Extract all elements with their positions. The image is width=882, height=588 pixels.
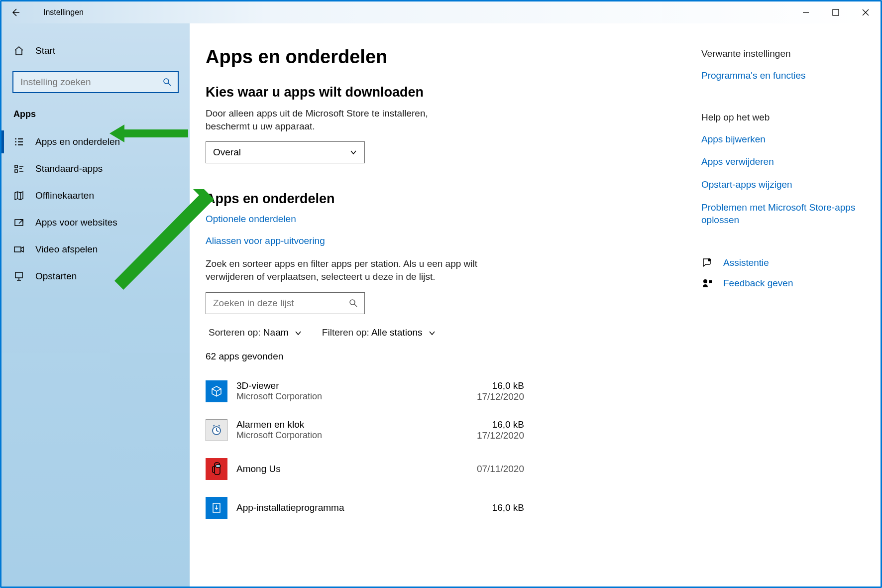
app-name: Alarmen en klok	[236, 419, 468, 430]
settings-search-input[interactable]	[12, 71, 179, 93]
related-settings-header: Verwante instellingen	[701, 48, 861, 59]
nav-item-label: Opstarten	[35, 271, 77, 282]
search-icon	[163, 78, 172, 87]
svg-point-11	[703, 279, 707, 283]
svg-rect-8	[213, 467, 215, 472]
app-date: 17/12/2020	[477, 391, 524, 402]
download-description: Door alleen apps uit de Microsoft Store …	[206, 107, 464, 132]
nav-offline-maps[interactable]: Offlinekaarten	[1, 182, 190, 209]
app-icon-amongus	[206, 458, 227, 480]
video-icon	[13, 244, 24, 255]
app-row[interactable]: 3D-viewer Microsoft Corporation 16,0 kB …	[206, 372, 524, 411]
sort-dropdown[interactable]: Sorteren op: Naam	[209, 327, 302, 338]
chevron-down-icon	[349, 148, 357, 156]
nav-video-playback[interactable]: Video afspelen	[1, 236, 190, 263]
download-heading: Kies waar u apps wilt downloaden	[206, 85, 524, 100]
nav-apps-features[interactable]: Apps en onderdelen	[1, 128, 190, 155]
titlebar: Instellingen	[1, 1, 881, 23]
help-link[interactable]: Opstart-apps wijzigen	[701, 178, 861, 191]
feedback-link[interactable]: Feedback geven	[701, 277, 861, 290]
window-title: Instellingen	[43, 8, 84, 17]
nav-home-label: Start	[35, 45, 55, 56]
app-publisher: Microsoft Corporation	[236, 391, 468, 402]
minimize-icon	[802, 9, 809, 16]
nav-item-label: Apps voor websites	[35, 217, 117, 228]
app-list-search-input[interactable]	[206, 292, 365, 314]
defaults-icon	[13, 163, 24, 174]
apps-description: Zoek en sorteer apps en filter apps per …	[206, 257, 484, 283]
arrow-left-icon	[10, 7, 20, 17]
svg-point-7	[216, 465, 220, 468]
list-icon	[13, 136, 24, 147]
app-row[interactable]: App-installatieprogramma 16,0 kB	[206, 488, 524, 527]
app-size: 16,0 kB	[492, 502, 524, 513]
map-icon	[13, 190, 24, 201]
download-source-dropdown[interactable]: Overal	[206, 141, 365, 163]
app-name: Among Us	[236, 464, 468, 474]
help-link[interactable]: Apps verwijderen	[701, 155, 861, 168]
svg-rect-4	[15, 272, 22, 278]
maximize-icon	[832, 9, 839, 16]
svg-rect-3	[14, 247, 21, 252]
filter-dropdown[interactable]: Filteren op: Alle stations	[322, 327, 436, 338]
main-content: Apps en onderdelen Kies waar u apps wilt…	[206, 46, 524, 587]
svg-point-10	[708, 258, 711, 261]
minimize-button[interactable]	[791, 1, 821, 23]
nav-startup[interactable]: Opstarten	[1, 263, 190, 290]
app-size: 16,0 kB	[477, 419, 524, 430]
open-icon	[13, 217, 24, 228]
svg-point-1	[164, 79, 169, 84]
nav-section-header: Apps	[1, 104, 190, 128]
app-icon-installer	[206, 497, 227, 519]
dropdown-value: Overal	[213, 147, 241, 158]
startup-icon	[13, 271, 24, 282]
back-button[interactable]	[1, 1, 29, 23]
help-link[interactable]: Problemen met Microsoft Store-apps oplos…	[701, 201, 861, 227]
web-help-header: Help op het web	[701, 112, 861, 123]
chevron-down-icon	[428, 329, 436, 337]
get-help-link[interactable]: Assistentie	[701, 256, 861, 269]
apps-heading: Apps en onderdelen	[206, 191, 524, 207]
page-title: Apps en onderdelen	[206, 46, 524, 68]
programs-features-link[interactable]: Programma's en functies	[701, 69, 861, 82]
nav-apps-websites[interactable]: Apps voor websites	[1, 209, 190, 236]
app-size: 16,0 kB	[477, 380, 524, 391]
svg-rect-0	[833, 9, 839, 15]
app-aliases-link[interactable]: Aliassen voor app-uitvoering	[206, 235, 524, 246]
svg-point-5	[350, 300, 355, 305]
app-row[interactable]: Alarmen en klok Microsoft Corporation 16…	[206, 411, 524, 450]
app-publisher: Microsoft Corporation	[236, 430, 468, 441]
close-button[interactable]	[851, 1, 881, 23]
nav-item-label: Apps en onderdelen	[35, 136, 120, 147]
chevron-down-icon	[294, 329, 302, 337]
app-name: App-installatieprogramma	[236, 502, 483, 513]
nav-default-apps[interactable]: Standaard-apps	[1, 155, 190, 182]
nav-item-label: Offlinekaarten	[35, 190, 94, 201]
app-date: 07/11/2020	[477, 464, 524, 474]
nav-home[interactable]: Start	[1, 37, 190, 64]
app-icon-alarms	[206, 419, 227, 441]
help-link[interactable]: Apps bijwerken	[701, 133, 861, 146]
app-name: 3D-viewer	[236, 380, 468, 391]
app-icon-3dviewer	[206, 380, 227, 402]
maximize-button[interactable]	[821, 1, 851, 23]
chat-icon	[701, 257, 713, 269]
optional-features-link[interactable]: Optionele onderdelen	[206, 214, 524, 225]
sidebar: Start Apps Apps en onderdelen Standaard-…	[1, 23, 190, 587]
nav-item-label: Standaard-apps	[35, 163, 103, 174]
feedback-icon	[701, 277, 713, 289]
app-date: 17/12/2020	[477, 430, 524, 441]
nav-item-label: Video afspelen	[35, 244, 98, 255]
app-count: 62 apps gevonden	[206, 351, 524, 362]
home-icon	[13, 45, 24, 56]
close-icon	[862, 9, 869, 16]
right-column: Verwante instellingen Programma's en fun…	[701, 46, 861, 587]
app-row[interactable]: Among Us 07/11/2020	[206, 450, 524, 488]
search-icon	[349, 299, 358, 308]
